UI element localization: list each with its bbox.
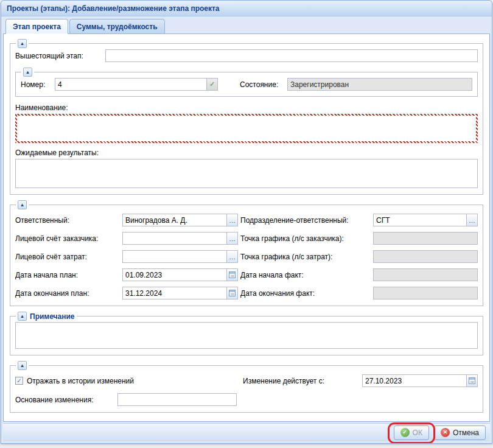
name-field-block: Наименование: [15,103,478,143]
history-collapse-icon[interactable]: ▴ [18,361,27,370]
check-glyph: ✓ [402,428,407,437]
change-date-field [362,374,478,387]
name-textarea[interactable] [15,114,478,143]
history-checkbox-group: ✓ Отражать в истории изменений [15,377,243,385]
parent-stage-row: Вышестоящий этап: [15,49,478,62]
cancel-button-label: Отмена [453,429,479,437]
change-date-input[interactable] [362,374,467,387]
expected-results-textarea[interactable] [15,159,478,188]
plan-end-date-label: Дата окончания план: [15,289,120,298]
cost-account-input[interactable] [122,250,227,263]
number-input[interactable] [55,78,207,91]
window-titlebar: Проекты (этапы): Добавление/размножение … [1,1,492,16]
change-reason-input[interactable] [117,393,237,406]
ok-button-label: ОК [413,429,422,437]
calendar-icon [229,271,236,278]
plan-start-date-field [122,268,238,281]
customer-account-label: Лицевой счёт заказчика: [15,234,120,243]
responsible-lookup-button[interactable]: … [227,214,238,226]
fieldset-number-state: ▴ Номер: ✓ Состояние: [15,68,478,97]
number-state-collapse-icon[interactable]: ▴ [23,68,32,77]
note-textarea[interactable] [15,322,478,349]
plan-end-date-field [122,287,238,299]
ok-button-wrap: ✓ ОК [394,425,429,440]
window-title: Проекты (этапы): Добавление/размножение … [7,4,220,13]
change-date-picker-button[interactable] [467,374,478,387]
calendar-icon [229,290,236,296]
stage-info-collapse-icon[interactable]: ▴ [18,39,27,48]
responsible-field: … [122,214,238,226]
fact-start-date-input [373,268,478,281]
tab-sums[interactable]: Суммы, трудоёмкость [69,19,165,34]
expected-results-label: Ожидаемые результаты: [15,149,478,157]
history-checkbox[interactable]: ✓ [15,377,23,385]
responsible-input[interactable] [122,214,227,226]
parent-stage-input[interactable] [105,49,478,62]
customer-account-field: … [122,232,238,245]
cancel-x-icon: ✕ [441,428,450,437]
fieldset-details-legend: ▴ [16,200,29,209]
customer-account-input[interactable] [122,232,227,245]
ellipsis-icon: … [229,217,236,224]
history-checkbox-label: Отражать в истории изменений [27,377,134,385]
ok-button[interactable]: ✓ ОК [394,425,429,440]
customer-schedule-point-label: Точка графика (л/с заказчика): [240,234,371,243]
fieldset-note-legend: ▴ Примечание [16,312,77,321]
tab-stage[interactable]: Этап проекта [5,19,68,34]
details-collapse-icon[interactable]: ▴ [18,200,27,209]
plan-end-date-input[interactable] [122,287,227,299]
fact-end-date-input [373,287,478,299]
state-label: Состояние: [240,80,287,89]
change-date-label: Изменение действует с: [243,377,362,385]
cross-glyph: ✕ [443,428,448,437]
number-field: ✓ [55,78,218,91]
number-state-row: Номер: ✓ Состояние: [21,78,472,91]
cost-account-label: Лицевой счёт затрат: [15,253,120,261]
plan-end-date-picker-button[interactable] [227,287,238,299]
cost-account-lookup-button[interactable]: … [227,250,238,263]
tab-strip: Этап проекта Суммы, трудоёмкость [1,16,492,34]
check-glyph: ✓ [209,80,215,88]
note-collapse-icon[interactable]: ▴ [18,312,27,321]
tab-stage-label: Этап проекта [13,23,61,31]
dialog-window: Проекты (этапы): Добавление/размножение … [1,0,492,444]
number-label: Номер: [21,80,55,89]
tab-sums-label: Суммы, трудоёмкость [77,23,158,31]
ellipsis-icon: … [469,217,475,224]
fact-start-date-label: Дата начала факт: [240,271,371,279]
fact-end-date-label: Дата окончания факт: [240,289,371,298]
cancel-button[interactable]: ✕ Отмена [434,425,486,440]
plan-start-date-picker-button[interactable] [227,268,238,281]
fieldset-stage-info: ▴ Вышестоящий этап: ▴ Номер: [10,39,483,195]
details-grid: Ответственный: … Подразделение-ответстве… [15,214,478,299]
note-legend-text: Примечание [30,312,75,321]
fieldset-history: ▴ ✓ Отражать в истории изменений Изменен… [10,361,483,413]
checkbox-check-icon: ✓ [16,377,21,384]
name-label: Наименование: [15,103,478,112]
customer-account-lookup-button[interactable]: … [227,232,238,245]
cost-schedule-point-input [373,250,478,263]
ellipsis-icon: … [229,253,236,261]
fieldset-note: ▴ Примечание [10,312,483,355]
cost-account-field: … [122,250,238,263]
department-input[interactable] [373,214,467,226]
responsible-label: Ответственный: [15,216,120,225]
change-reason-row: Основание изменения: [15,393,478,406]
ok-check-icon: ✓ [400,428,410,437]
fieldset-stage-info-legend: ▴ [16,39,29,48]
number-valid-check-icon: ✓ [207,78,218,91]
fieldset-number-state-legend: ▴ [21,68,34,77]
ellipsis-icon: … [229,235,236,242]
form-panel: ▴ Вышестоящий этап: ▴ Номер: [3,33,490,422]
department-field: … [373,214,478,226]
footer-toolbar: ✓ ОК ✕ Отмена [3,423,490,441]
expected-results-block: Ожидаемые результаты: [15,149,478,188]
department-lookup-button[interactable]: … [467,214,478,226]
fieldset-details: ▴ Ответственный: … Подразделение-ответст… [10,200,483,306]
fieldset-history-legend: ▴ [16,361,29,370]
department-label: Подразделение-ответственный: [240,216,371,225]
plan-start-date-input[interactable] [122,268,227,281]
history-row: ✓ Отражать в истории изменений Изменение… [15,374,478,387]
parent-stage-label: Вышестоящий этап: [15,52,105,60]
customer-schedule-point-input [373,232,478,245]
